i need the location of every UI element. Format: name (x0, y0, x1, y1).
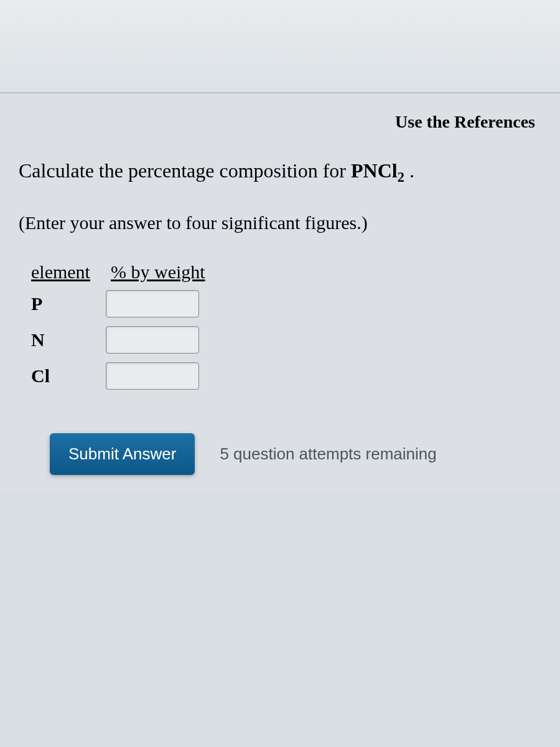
sigfig-instruction: (Enter your answer to four significant f… (19, 212, 541, 233)
header-weight: % by weight (111, 261, 235, 283)
table-row: N (31, 326, 541, 354)
table-header-row: element % by weight (31, 261, 541, 283)
formula-base: PNCl (351, 159, 398, 182)
table-row: Cl (31, 362, 541, 390)
element-label-p: P (31, 293, 106, 314)
prompt-prefix: Calculate the percentage composition for (19, 159, 351, 182)
submit-row: Submit Answer 5 question attempts remain… (50, 433, 541, 475)
header-element: element (31, 261, 106, 283)
element-label-cl: Cl (31, 365, 106, 387)
element-label-n: N (31, 329, 106, 350)
submit-answer-button[interactable]: Submit Answer (50, 433, 195, 475)
top-toolbar (0, 0, 560, 93)
chemical-formula: PNCl2 (351, 159, 404, 182)
percent-input-n[interactable] (106, 326, 199, 354)
percent-input-p[interactable] (106, 290, 199, 317)
references-link[interactable]: Use the References (19, 112, 541, 132)
percent-input-cl[interactable] (106, 362, 199, 390)
question-panel: Use the References Calculate the percent… (0, 93, 560, 494)
question-prompt: Calculate the percentage composition for… (19, 157, 541, 187)
prompt-suffix: . (404, 159, 414, 182)
formula-subscript: 2 (398, 169, 404, 185)
composition-table: element % by weight P N Cl (31, 261, 541, 390)
attempts-remaining: 5 question attempts remaining (220, 444, 436, 464)
table-row: P (31, 290, 541, 317)
